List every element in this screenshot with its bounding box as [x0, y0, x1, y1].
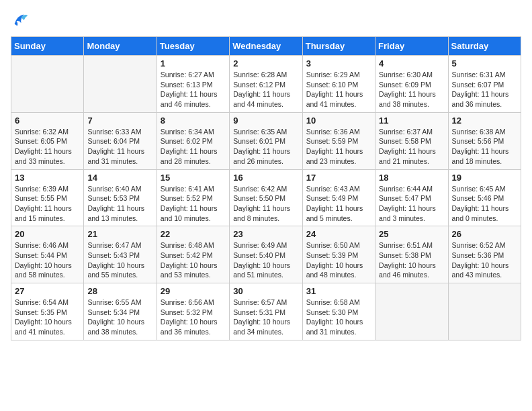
calendar-cell: 24Sunrise: 6:50 AM Sunset: 5:39 PM Dayli… [302, 226, 375, 283]
day-detail: Sunrise: 6:50 AM Sunset: 5:39 PM Dayligh… [306, 240, 371, 280]
day-header-friday: Friday [375, 37, 448, 56]
day-number: 29 [161, 286, 226, 296]
day-number: 11 [379, 116, 444, 126]
day-number: 23 [233, 229, 298, 239]
week-row-4: 20Sunrise: 6:46 AM Sunset: 5:44 PM Dayli… [11, 226, 521, 283]
day-number: 9 [233, 116, 298, 126]
calendar-cell: 6Sunrise: 6:32 AM Sunset: 6:05 PM Daylig… [11, 112, 84, 169]
day-detail: Sunrise: 6:48 AM Sunset: 5:42 PM Dayligh… [161, 240, 226, 280]
logo-bird-icon [11, 11, 30, 30]
calendar-cell: 11Sunrise: 6:37 AM Sunset: 5:58 PM Dayli… [375, 112, 448, 169]
calendar-cell: 22Sunrise: 6:48 AM Sunset: 5:42 PM Dayli… [157, 226, 229, 283]
day-detail: Sunrise: 6:31 AM Sunset: 6:07 PM Dayligh… [452, 70, 517, 109]
calendar-cell: 18Sunrise: 6:44 AM Sunset: 5:47 PM Dayli… [375, 169, 448, 226]
day-detail: Sunrise: 6:57 AM Sunset: 5:31 PM Dayligh… [233, 298, 298, 337]
day-detail: Sunrise: 6:44 AM Sunset: 5:47 PM Dayligh… [379, 184, 444, 224]
day-number: 31 [306, 286, 371, 296]
day-detail: Sunrise: 6:47 AM Sunset: 5:43 PM Dayligh… [87, 240, 152, 280]
day-number: 8 [161, 116, 226, 126]
day-number: 28 [87, 286, 152, 296]
day-number: 30 [233, 286, 298, 296]
day-detail: Sunrise: 6:28 AM Sunset: 6:12 PM Dayligh… [233, 70, 298, 109]
calendar-cell: 8Sunrise: 6:34 AM Sunset: 6:02 PM Daylig… [157, 112, 229, 169]
day-number: 27 [15, 286, 80, 296]
calendar-cell: 10Sunrise: 6:36 AM Sunset: 5:59 PM Dayli… [302, 112, 375, 169]
week-row-2: 6Sunrise: 6:32 AM Sunset: 6:05 PM Daylig… [11, 112, 521, 169]
day-number: 25 [379, 229, 444, 239]
calendar-cell: 26Sunrise: 6:52 AM Sunset: 5:36 PM Dayli… [448, 226, 521, 283]
calendar-cell: 27Sunrise: 6:54 AM Sunset: 5:35 PM Dayli… [11, 283, 84, 340]
week-row-3: 13Sunrise: 6:39 AM Sunset: 5:55 PM Dayli… [11, 169, 521, 226]
day-detail: Sunrise: 6:54 AM Sunset: 5:35 PM Dayligh… [15, 298, 80, 337]
day-number: 13 [15, 173, 80, 183]
day-number: 5 [452, 58, 517, 68]
day-detail: Sunrise: 6:45 AM Sunset: 5:46 PM Dayligh… [452, 184, 517, 224]
calendar-cell [11, 56, 84, 113]
calendar-cell: 12Sunrise: 6:38 AM Sunset: 5:56 PM Dayli… [448, 112, 521, 169]
calendar-cell [84, 56, 157, 113]
calendar-cell: 30Sunrise: 6:57 AM Sunset: 5:31 PM Dayli… [230, 283, 302, 340]
day-header-monday: Monday [84, 37, 157, 56]
calendar-cell: 28Sunrise: 6:55 AM Sunset: 5:34 PM Dayli… [84, 283, 157, 340]
day-number: 20 [15, 229, 80, 239]
day-number: 15 [161, 173, 226, 183]
calendar-cell: 5Sunrise: 6:31 AM Sunset: 6:07 PM Daylig… [448, 56, 521, 113]
calendar-cell: 20Sunrise: 6:46 AM Sunset: 5:44 PM Dayli… [11, 226, 84, 283]
calendar-cell: 31Sunrise: 6:58 AM Sunset: 5:30 PM Dayli… [302, 283, 375, 340]
day-detail: Sunrise: 6:30 AM Sunset: 6:09 PM Dayligh… [379, 70, 444, 109]
calendar-cell: 17Sunrise: 6:43 AM Sunset: 5:49 PM Dayli… [302, 169, 375, 226]
header-row: SundayMondayTuesdayWednesdayThursdayFrid… [11, 37, 521, 56]
day-number: 24 [306, 229, 371, 239]
day-header-wednesday: Wednesday [230, 37, 302, 56]
day-number: 21 [87, 229, 152, 239]
calendar-cell: 21Sunrise: 6:47 AM Sunset: 5:43 PM Dayli… [84, 226, 157, 283]
day-detail: Sunrise: 6:58 AM Sunset: 5:30 PM Dayligh… [306, 298, 371, 337]
day-number: 7 [87, 116, 152, 126]
day-number: 16 [233, 173, 298, 183]
calendar-cell: 14Sunrise: 6:40 AM Sunset: 5:53 PM Dayli… [84, 169, 157, 226]
day-detail: Sunrise: 6:29 AM Sunset: 6:10 PM Dayligh… [306, 70, 371, 109]
day-number: 4 [379, 58, 444, 68]
day-detail: Sunrise: 6:38 AM Sunset: 5:56 PM Dayligh… [452, 127, 517, 167]
calendar-cell: 2Sunrise: 6:28 AM Sunset: 6:12 PM Daylig… [230, 56, 302, 113]
calendar-cell: 25Sunrise: 6:51 AM Sunset: 5:38 PM Dayli… [375, 226, 448, 283]
day-detail: Sunrise: 6:42 AM Sunset: 5:50 PM Dayligh… [233, 184, 298, 224]
calendar-cell: 4Sunrise: 6:30 AM Sunset: 6:09 PM Daylig… [375, 56, 448, 113]
day-detail: Sunrise: 6:37 AM Sunset: 5:58 PM Dayligh… [379, 127, 444, 167]
day-header-saturday: Saturday [448, 37, 521, 56]
day-header-sunday: Sunday [11, 37, 84, 56]
day-detail: Sunrise: 6:55 AM Sunset: 5:34 PM Dayligh… [87, 298, 152, 337]
day-detail: Sunrise: 6:36 AM Sunset: 5:59 PM Dayligh… [306, 127, 371, 167]
calendar-cell: 29Sunrise: 6:56 AM Sunset: 5:32 PM Dayli… [157, 283, 229, 340]
day-detail: Sunrise: 6:40 AM Sunset: 5:53 PM Dayligh… [87, 184, 152, 224]
day-number: 12 [452, 116, 517, 126]
calendar-cell [375, 283, 448, 340]
day-header-thursday: Thursday [302, 37, 375, 56]
day-detail: Sunrise: 6:34 AM Sunset: 6:02 PM Dayligh… [161, 127, 226, 167]
day-number: 10 [306, 116, 371, 126]
day-number: 19 [452, 173, 517, 183]
day-detail: Sunrise: 6:33 AM Sunset: 6:04 PM Dayligh… [87, 127, 152, 167]
day-detail: Sunrise: 6:52 AM Sunset: 5:36 PM Dayligh… [452, 240, 517, 280]
header [11, 11, 521, 30]
day-detail: Sunrise: 6:27 AM Sunset: 6:13 PM Dayligh… [161, 70, 226, 109]
day-number: 17 [306, 173, 371, 183]
day-detail: Sunrise: 6:41 AM Sunset: 5:52 PM Dayligh… [161, 184, 226, 224]
day-number: 18 [379, 173, 444, 183]
calendar-cell [448, 283, 521, 340]
calendar-table: SundayMondayTuesdayWednesdayThursdayFrid… [11, 36, 521, 340]
calendar-cell: 3Sunrise: 6:29 AM Sunset: 6:10 PM Daylig… [302, 56, 375, 113]
day-number: 14 [87, 173, 152, 183]
calendar-cell: 9Sunrise: 6:35 AM Sunset: 6:01 PM Daylig… [230, 112, 302, 169]
day-detail: Sunrise: 6:49 AM Sunset: 5:40 PM Dayligh… [233, 240, 298, 280]
day-number: 26 [452, 229, 517, 239]
day-number: 2 [233, 58, 298, 68]
day-header-tuesday: Tuesday [157, 37, 229, 56]
day-detail: Sunrise: 6:43 AM Sunset: 5:49 PM Dayligh… [306, 184, 371, 224]
day-detail: Sunrise: 6:51 AM Sunset: 5:38 PM Dayligh… [379, 240, 444, 280]
day-number: 6 [15, 116, 80, 126]
day-detail: Sunrise: 6:46 AM Sunset: 5:44 PM Dayligh… [15, 240, 80, 280]
logo [11, 11, 32, 30]
day-detail: Sunrise: 6:35 AM Sunset: 6:01 PM Dayligh… [233, 127, 298, 167]
calendar-cell: 1Sunrise: 6:27 AM Sunset: 6:13 PM Daylig… [157, 56, 229, 113]
